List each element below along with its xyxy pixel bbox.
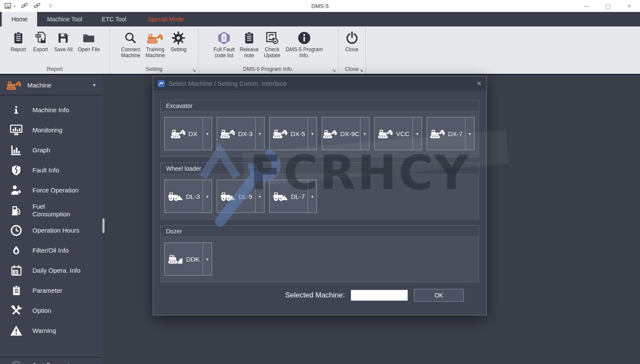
monitoring-icon	[9, 124, 24, 136]
sidebar-item-fault-info[interactable]: Fault Info	[0, 160, 102, 180]
machine-button-ddk[interactable]: DDK ▾	[164, 242, 212, 276]
machine-button-dl-7[interactable]: DL-7 ▾	[269, 180, 317, 213]
save-all-icon	[56, 29, 70, 47]
ribbon-item-label: Setting	[171, 47, 186, 52]
ribbon-item-label: Save All	[54, 47, 73, 52]
machine-button-dx[interactable]: DX ▾	[164, 117, 212, 150]
ribbon-group-program-info: Full Fault code list Release note Check …	[198, 26, 338, 74]
machine-button-dl-5[interactable]: DL-5 ▾	[217, 180, 265, 213]
link-icon[interactable]	[33, 2, 41, 10]
ribbon-item-label: DMS-5 Program Info.	[286, 47, 323, 58]
dialog-launcher-icon[interactable]: ↘	[332, 67, 336, 73]
program-info-button[interactable]: DMS-5 Program Info.	[283, 29, 326, 59]
sidebar-item-fuel-consumption[interactable]: Fuel Consumption	[0, 200, 102, 220]
tab-machine-tool[interactable]: Machine Tool	[37, 12, 92, 26]
excavator-icon	[323, 129, 338, 139]
machine-dropdown-arrow[interactable]: ▾	[203, 180, 212, 213]
machine-dropdown-arrow[interactable]: ▾	[465, 117, 474, 150]
sidebar-item-force-operation[interactable]: Force Operation	[0, 180, 102, 200]
svg-text:01: 01	[13, 270, 17, 274]
close-app-button[interactable]: Close	[341, 29, 363, 53]
close-window-button[interactable]: ×	[619, 0, 640, 12]
clock-icon	[9, 224, 24, 236]
sidebar-item-operation-hours[interactable]: Operation Hours	[0, 220, 102, 240]
machine-button-dl-3[interactable]: DL-3 ▾	[164, 180, 212, 213]
group-label: Excavator	[161, 100, 479, 111]
machine-button-dx-9c[interactable]: DX-9C ▾	[322, 117, 369, 150]
sidebar-machine-selector[interactable]: Machine ▼	[0, 75, 102, 96]
crossed-tools-icon	[9, 305, 24, 317]
ribbon-item-label: Report	[11, 47, 26, 52]
machine-dropdown-arrow[interactable]: ▾	[308, 180, 317, 213]
person-arrow-icon	[9, 184, 24, 196]
ok-button[interactable]: OK	[414, 289, 464, 302]
machine-button-vcc[interactable]: VCC ▾	[374, 117, 422, 150]
sidebar-item-graph[interactable]: Graph	[0, 140, 102, 160]
quick-access-toolbar: ▾ ▾	[0, 2, 52, 10]
full-fault-code-list-button[interactable]: Full Fault code list	[211, 29, 237, 59]
machine-dropdown-arrow[interactable]: ▾	[203, 117, 212, 150]
export-icon: CSV	[34, 29, 47, 47]
link-icon[interactable]	[20, 2, 28, 10]
connect-machine-button[interactable]: Connect Machine	[119, 29, 143, 59]
connect-quick-icon[interactable]: ▾	[4, 3, 15, 10]
setting-gear-icon	[171, 29, 186, 47]
machine-dropdown-arrow[interactable]: ▾	[361, 117, 369, 150]
window-titlebar: ▾ ▾ DMS-5 — ▢ ×	[0, 0, 640, 12]
sidebar-item-machine-info[interactable]: Machine Info	[0, 100, 102, 120]
release-note-icon	[242, 29, 256, 47]
dialog-close-icon[interactable]: ✕	[476, 80, 482, 87]
training-machine-button[interactable]: Training Machine	[143, 29, 167, 59]
machine-button-dx-7[interactable]: DX-7 ▾	[427, 117, 474, 150]
sidebar-item-option[interactable]: Option	[0, 300, 102, 320]
tab-home[interactable]: Home	[2, 12, 37, 26]
save-all-button[interactable]: Save All	[52, 29, 75, 53]
export-button[interactable]: CSV Export	[29, 29, 52, 53]
connect-machine-icon	[124, 29, 137, 47]
ribbon-item-label: Full Fault code list	[213, 47, 234, 58]
machine-button-dx-5[interactable]: DX-5 ▾	[269, 117, 317, 150]
warning-triangle-icon	[9, 325, 24, 337]
sidebar-item-warning[interactable]: Warning	[0, 320, 102, 341]
machine-button-dx-3[interactable]: DX-3 ▾	[217, 117, 265, 150]
open-file-button[interactable]: Open File	[75, 29, 102, 53]
tab-etc-tool[interactable]: ETC Tool	[92, 12, 136, 26]
chevron-down-icon[interactable]: ▼	[92, 83, 96, 87]
dialog-launcher-icon[interactable]: ↘	[192, 67, 196, 73]
excavator-icon	[378, 128, 394, 139]
excavator-icon	[220, 128, 236, 139]
sidebar-item-monitoring[interactable]: Monitoring	[0, 120, 102, 140]
report-button[interactable]: Report	[7, 29, 29, 53]
sidebar-item-just-connect[interactable]: Just Connect ▼	[0, 358, 102, 364]
minimize-button[interactable]: —	[576, 0, 597, 12]
maximize-button[interactable]: ▢	[597, 0, 619, 12]
oil-drop-icon	[9, 245, 24, 256]
ribbon-tabbar: Home Machine Tool ETC Tool Special Mode	[0, 12, 640, 26]
select-machine-dialog: Select Machine / Setting Comm. Interface…	[153, 76, 487, 315]
sidebar-item-filter-oil[interactable]: Filter/Oil Info	[0, 240, 102, 260]
sidebar-item-parameter[interactable]: Parameter	[0, 280, 102, 300]
dialog-titlebar[interactable]: Select Machine / Setting Comm. Interface…	[153, 76, 486, 90]
machine-dropdown-arrow[interactable]: ▾	[256, 117, 264, 150]
tab-special-mode[interactable]: Special Mode	[136, 12, 195, 26]
graph-icon	[9, 144, 24, 156]
selected-machine-input[interactable]	[351, 290, 408, 301]
training-machine-icon	[146, 29, 164, 47]
setting-button[interactable]: Setting	[167, 29, 189, 53]
machine-dropdown-arrow[interactable]: ▾	[308, 117, 317, 150]
ribbon-item-label: Release note	[240, 47, 259, 58]
machine-dropdown-arrow[interactable]: ▾	[413, 117, 422, 150]
full-fault-code-icon	[217, 29, 231, 47]
wheel-loader-icon	[168, 191, 184, 201]
machine-dropdown-arrow[interactable]: ▾	[256, 180, 264, 213]
sidebar-scrollbar-thumb[interactable]	[102, 218, 105, 233]
wheel-loader-icon	[273, 191, 289, 201]
group-excavator: Excavator DX ▾ DX-3 ▾ DX-5 ▾ DX-9C ▾	[160, 100, 479, 157]
release-note-button[interactable]: Release note	[237, 29, 261, 59]
dialog-launcher-icon[interactable]: ↘	[359, 67, 363, 73]
sidebar-item-daily-opera-info[interactable]: 01 Daily Opera. Info	[0, 260, 102, 280]
machine-dropdown-arrow[interactable]: ▾	[203, 243, 212, 275]
group-label: Wheel loader	[161, 163, 479, 174]
check-update-button[interactable]: Check Update	[261, 29, 283, 59]
customize-toolbar-icon[interactable]: ▾	[49, 5, 52, 8]
